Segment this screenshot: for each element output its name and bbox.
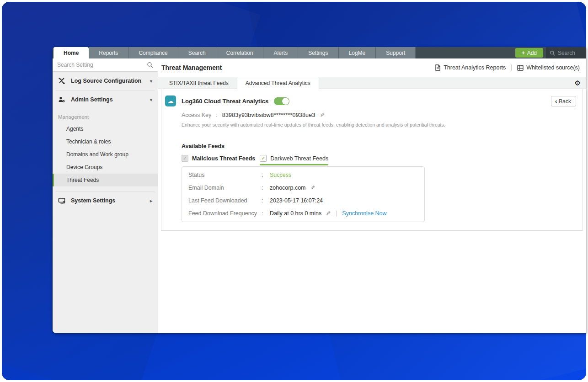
last-feed-row: Last Feed Downloaded : 2023-05-17 16:07:…: [182, 194, 424, 207]
whitelisted-sources-label: Whitelisted source(s): [526, 64, 580, 71]
settings-sidebar: Log Source Configuration ▾ Admin Setting…: [53, 58, 158, 333]
add-button-label: Add: [527, 50, 537, 56]
divider: [511, 64, 512, 71]
content-tabstrip: STIX/TAXII threat Feeds Advanced Threat …: [158, 77, 586, 89]
feed-tabs: ✓ Malicious Threat Feeds ✓ Darkweb Threa…: [182, 155, 575, 165]
frequency-row: Feed Download Frequency : Daily at 0 hrs…: [182, 207, 424, 220]
edit-pencil-icon[interactable]: ✎: [310, 185, 315, 191]
nav-tab-reports[interactable]: Reports: [89, 47, 128, 58]
frequency-label: Feed Download Frequency: [188, 210, 262, 217]
nav-tab-home[interactable]: Home: [53, 47, 89, 58]
status-row: Status : Success: [182, 169, 424, 181]
darkweb-feed-details-panel: Status : Success Email Domain : zohocorp…: [182, 166, 425, 222]
synchronise-now-link[interactable]: Synchronise Now: [342, 210, 386, 217]
back-button-label: Back: [559, 98, 571, 105]
nav-tab-correlation[interactable]: Correlation: [216, 47, 264, 58]
back-button[interactable]: ‹ Back: [551, 96, 576, 106]
edit-pencil-icon[interactable]: ✎: [320, 112, 325, 118]
document-icon: [435, 64, 441, 71]
sidebar-item-technician-roles[interactable]: Technician & roles: [53, 135, 158, 148]
plus-icon: +: [522, 50, 525, 56]
page-title: Threat Management: [161, 64, 222, 71]
darkweb-feeds-label: Darkweb Threat Feeds: [270, 155, 328, 162]
admin-user-gear-icon: [58, 96, 67, 103]
gear-icon[interactable]: ⚙: [569, 77, 586, 89]
cloud-analytics-description: Enhance your security with automated rea…: [182, 122, 575, 127]
colon: :: [262, 172, 270, 178]
feed-tab-darkweb[interactable]: ✓ Darkweb Threat Feeds: [260, 155, 328, 165]
tools-icon: [58, 77, 67, 85]
malicious-feeds-label: Malicious Threat Feeds: [192, 155, 255, 162]
toggle-knob: [282, 98, 289, 105]
app-window: Home Reports Compliance Search Correlati…: [53, 47, 586, 333]
last-feed-value: 2023-05-17 16:07:24: [270, 197, 323, 204]
sidebar-item-device-groups[interactable]: Device Groups: [53, 161, 158, 174]
top-navbar: Home Reports Compliance Search Correlati…: [53, 47, 586, 58]
global-search-box[interactable]: [546, 47, 586, 58]
edit-pencil-icon[interactable]: ✎: [326, 210, 331, 217]
header-links: Threat Analytics Reports Whitelisted sou…: [435, 64, 580, 71]
cloud-analytics-header: ☁ Log360 Cloud Threat Analytics: [165, 96, 575, 106]
status-value: Success: [270, 172, 291, 178]
tab-stix-taxii-threat-feeds[interactable]: STIX/TAXII threat Feeds: [161, 77, 237, 89]
sidebar-group-label: Admin Settings: [71, 96, 113, 103]
colon: :: [262, 185, 270, 191]
sidebar-group-admin-settings[interactable]: Admin Settings ▾: [53, 90, 158, 109]
chevron-down-icon: ▾: [150, 79, 152, 84]
nav-tab-compliance[interactable]: Compliance: [128, 47, 178, 58]
nav-tab-settings[interactable]: Settings: [298, 47, 338, 58]
add-button[interactable]: + Add: [515, 48, 543, 58]
whitelisted-sources-link[interactable]: Whitelisted source(s): [517, 64, 580, 71]
nav-tab-logme[interactable]: LogMe: [339, 47, 376, 58]
sidebar-group-log-source-configuration[interactable]: Log Source Configuration ▾: [53, 72, 158, 90]
cloud-analytics-toggle[interactable]: [274, 97, 289, 105]
sidebar-search-input[interactable]: [57, 62, 147, 68]
threat-analytics-reports-label: Threat Analytics Reports: [444, 64, 506, 71]
sidebar-item-threat-feeds[interactable]: Threat Feeds: [53, 174, 158, 186]
last-feed-label: Last Feed Downloaded: [188, 197, 262, 204]
email-domain-row: Email Domain : zohocorp.com ✎: [182, 181, 424, 194]
sidebar-item-domains-workgroup[interactable]: Domains and Work group: [53, 148, 158, 161]
search-icon: [147, 62, 153, 68]
search-icon: [550, 50, 555, 56]
sidebar-group-label: System Settings: [71, 197, 115, 204]
main-header: Threat Management Threat Analytics Repor…: [158, 58, 586, 77]
access-key-row: Access Key : 83983y93bvibsibw8********09…: [182, 112, 575, 118]
tabstrip-spacer: [319, 77, 569, 89]
sidebar-section-management: Management: [53, 109, 158, 122]
advanced-threat-analytics-panel: ‹ Back ☁ Log360 Cloud Threat Analytics A…: [161, 89, 583, 231]
log360-cloud-icon: ☁: [165, 96, 176, 106]
access-key-label: Access Key: [182, 112, 211, 118]
checkbox-checked-icon[interactable]: ✓: [260, 155, 267, 162]
status-label: Status: [188, 172, 262, 178]
colon: :: [216, 112, 217, 118]
chevron-left-icon: ‹: [555, 98, 557, 105]
colon: :: [262, 197, 270, 204]
sidebar-group-label: Log Source Configuration: [71, 78, 141, 84]
nav-tab-search[interactable]: Search: [178, 47, 216, 58]
nav-tab-alerts[interactable]: Alerts: [263, 47, 298, 58]
sidebar-search-box[interactable]: [53, 58, 158, 72]
frequency-value: Daily at 0 hrs 0 mins: [270, 210, 321, 217]
threat-analytics-reports-link[interactable]: Threat Analytics Reports: [435, 64, 506, 71]
sidebar-group-system-settings[interactable]: System Settings ▸: [53, 191, 158, 210]
tab-advanced-threat-analytics[interactable]: Advanced Threat Analytics: [237, 77, 319, 89]
email-domain-value: zohocorp.com: [270, 185, 306, 191]
system-monitor-gear-icon: [58, 197, 67, 204]
available-feeds-heading: Available Feeds: [182, 143, 575, 149]
navbar-spacer: [416, 47, 515, 58]
chevron-right-icon: ▸: [150, 198, 152, 203]
screenshot-frame: Home Reports Compliance Search Correlati…: [0, 0, 588, 382]
checkbox-checked-disabled: ✓: [182, 155, 188, 162]
sidebar-item-agents[interactable]: Agents: [53, 122, 158, 135]
colon: :: [262, 210, 270, 217]
nav-tab-support[interactable]: Support: [376, 47, 416, 58]
email-domain-label: Email Domain: [188, 185, 262, 191]
main-content: Threat Management Threat Analytics Repor…: [158, 58, 586, 333]
divider: [336, 211, 337, 217]
list-grid-icon: [517, 65, 524, 71]
feed-tab-malicious[interactable]: ✓ Malicious Threat Feeds: [182, 155, 255, 165]
chevron-down-icon: ▾: [150, 97, 152, 102]
cloud-analytics-title: Log360 Cloud Threat Analytics: [182, 98, 268, 105]
global-search-input[interactable]: [558, 50, 585, 56]
